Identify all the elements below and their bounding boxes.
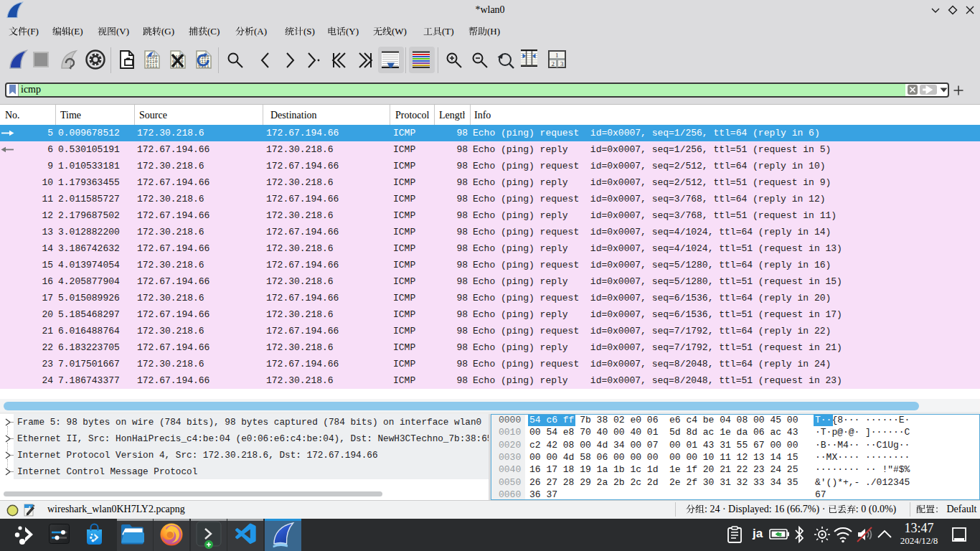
svg-text:2: 2	[552, 60, 555, 67]
svg-text:0111: 0111	[146, 64, 158, 69]
svg-text:1: 1	[555, 52, 559, 59]
svg-text:3: 3	[560, 60, 564, 67]
